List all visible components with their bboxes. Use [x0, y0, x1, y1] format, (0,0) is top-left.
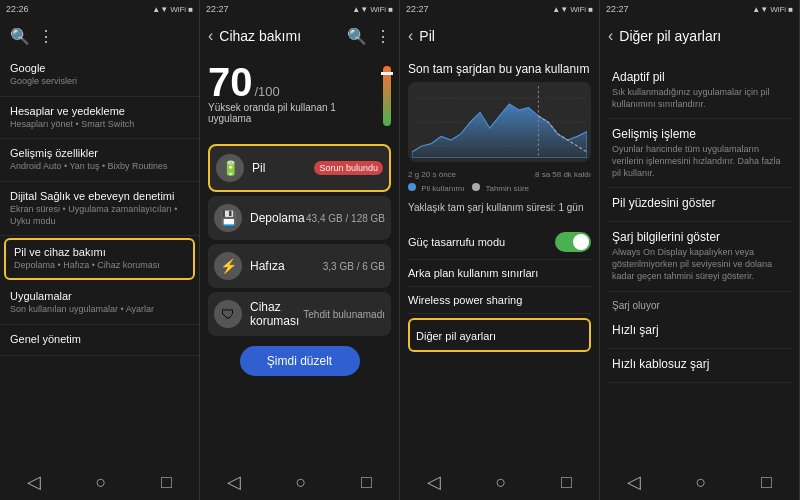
- toggle-row-power-saving[interactable]: Güç tasarrufu modu: [408, 225, 591, 260]
- back-icon-4[interactable]: ‹: [608, 27, 613, 45]
- status-icons-3: ▲▼ WiFi ■: [552, 5, 593, 14]
- setting-title-fast-charge: Hızlı şarj: [612, 323, 787, 337]
- wifi-icon-4: WiFi: [770, 5, 786, 14]
- panel-settings-menu: 22:26 ▲▼ WiFi ■ 🔍 ⋮ Google Google servis…: [0, 0, 200, 500]
- toggle-row-bg-limit[interactable]: Arka plan kullanım sınırları: [408, 260, 591, 287]
- search-icon-1[interactable]: 🔍: [8, 25, 32, 48]
- panel-other-battery-settings: 22:27 ▲▼ WiFi ■ ‹ Diğer pil ayarları Ada…: [600, 0, 800, 500]
- page-title-2: Cihaz bakımı: [219, 28, 339, 44]
- setting-advanced-processing[interactable]: Gelişmiş işleme Oyunlar haricinde tüm uy…: [608, 119, 791, 188]
- top-bar-4: ‹ Diğer pil ayarları: [600, 18, 799, 54]
- nav-bar-3: ◁ ○ □: [400, 464, 599, 500]
- device-item-storage[interactable]: 💾 Depolama 43,4 GB / 128 GB: [208, 196, 391, 240]
- settings-menu-list: Google Google servisleri Hesaplar ve yed…: [0, 54, 199, 464]
- device-item-security[interactable]: 🛡 Cihaz koruması Tehdit bulunamadı: [208, 292, 391, 336]
- toggle-label-bg-limit: Arka plan kullanım sınırları: [408, 267, 538, 279]
- nav-back-2[interactable]: ◁: [227, 471, 241, 493]
- setting-adaptive-battery[interactable]: Adaptif pil Sık kullanmadığınız uygulama…: [608, 62, 791, 119]
- nav-home-1[interactable]: ○: [96, 472, 107, 493]
- panel-battery: 22:27 ▲▼ WiFi ■ ‹ Pil Son tam şarjdan bu…: [400, 0, 600, 500]
- status-bar-2: 22:27 ▲▼ WiFi ■: [200, 0, 399, 18]
- toggle-row-wireless-sharing[interactable]: Wireless power sharing: [408, 287, 591, 314]
- setting-title-adaptive: Adaptif pil: [612, 70, 787, 84]
- score-bar: [383, 66, 391, 126]
- menu-item-digital-health[interactable]: Dijital Sağlık ve ebeveyn denetimi Ekran…: [0, 182, 199, 236]
- battery-icon-1: ■: [188, 5, 193, 14]
- page-title-3: Pil: [419, 28, 591, 44]
- battery-chart: [408, 82, 591, 162]
- charging-section-label: Şarj oluyor: [608, 292, 791, 315]
- dots-menu-2[interactable]: ⋮: [375, 27, 391, 46]
- nav-home-3[interactable]: ○: [496, 472, 507, 493]
- nav-home-2[interactable]: ○: [296, 472, 307, 493]
- toggle-label-wireless-sharing: Wireless power sharing: [408, 294, 522, 306]
- menu-item-accounts[interactable]: Hesaplar ve yedekleme Hesapları yönet • …: [0, 97, 199, 140]
- top-bar-1: 🔍 ⋮: [0, 18, 199, 54]
- search-icon-2[interactable]: 🔍: [345, 25, 369, 48]
- storage-value: 43,4 GB / 128 GB: [306, 213, 385, 224]
- nav-bar-2: ◁ ○ □: [200, 464, 399, 500]
- nav-recents-4[interactable]: □: [761, 472, 772, 493]
- nav-recents-1[interactable]: □: [161, 472, 172, 493]
- status-icons-1: ▲▼ WiFi ■: [152, 5, 193, 14]
- battery-warning-badge: Sorun bulundu: [314, 161, 383, 175]
- other-battery-settings-row[interactable]: Diğer pil ayarları: [408, 318, 591, 352]
- wifi-icon-3: WiFi: [570, 5, 586, 14]
- memory-icon-item: ⚡: [214, 252, 242, 280]
- nav-recents-3[interactable]: □: [561, 472, 572, 493]
- menu-item-google[interactable]: Google Google servisleri: [0, 54, 199, 97]
- battery-icon-3: ■: [588, 5, 593, 14]
- nav-back-3[interactable]: ◁: [427, 471, 441, 493]
- menu-item-general[interactable]: Genel yönetim: [0, 325, 199, 356]
- setting-desc-charge-info: Always On Display kapalıyken veya göster…: [612, 247, 787, 282]
- top-bar-2: ‹ Cihaz bakımı 🔍 ⋮: [200, 18, 399, 54]
- status-bar-1: 22:26 ▲▼ WiFi ■: [0, 0, 199, 18]
- chart-label-right: 8 sa 58 dk kaldı: [535, 170, 591, 179]
- menu-item-device-care[interactable]: Pil ve cihaz bakımı Depolama • Hafıza • …: [4, 238, 195, 280]
- page-title-4: Diğer pil ayarları: [619, 28, 791, 44]
- setting-show-percentage[interactable]: Pil yüzdesini göster: [608, 188, 791, 222]
- device-care-content: 70 /100 Yüksek oranda pil kullanan 1 uyg…: [200, 54, 399, 464]
- status-time-4: 22:27: [606, 4, 629, 14]
- device-item-storage-name: Depolama: [250, 211, 306, 225]
- nav-back-4[interactable]: ◁: [627, 471, 641, 493]
- device-item-battery[interactable]: 🔋 Pil Sorun bulundu: [208, 144, 391, 192]
- nav-recents-2[interactable]: □: [361, 472, 372, 493]
- menu-item-apps[interactable]: Uygulamalar Son kullanılan uygulamalar •…: [0, 282, 199, 325]
- toggle-power-saving[interactable]: [555, 232, 591, 252]
- status-icons-2: ▲▼ WiFi ■: [352, 5, 393, 14]
- nav-back-1[interactable]: ◁: [27, 471, 41, 493]
- status-bar-3: 22:27 ▲▼ WiFi ■: [400, 0, 599, 18]
- setting-show-charge-info[interactable]: Şarj bilgilerini göster Always On Displa…: [608, 222, 791, 291]
- setting-fast-charging[interactable]: Hızlı şarj: [608, 315, 791, 349]
- signal-icon-1: ▲▼: [152, 5, 168, 14]
- setting-fast-wireless-charging[interactable]: Hızlı kablosuz şarj: [608, 349, 791, 383]
- wifi-icon-2: WiFi: [370, 5, 386, 14]
- battery-icon-item: 🔋: [216, 154, 244, 182]
- fix-button[interactable]: Şimdi düzelt: [240, 346, 360, 376]
- device-item-memory[interactable]: ⚡ Hafıza 3,3 GB / 6 GB: [208, 244, 391, 288]
- chart-label-left: 2 g 20 s önce: [408, 170, 456, 179]
- status-time-2: 22:27: [206, 4, 229, 14]
- memory-value: 3,3 GB / 6 GB: [323, 261, 385, 272]
- security-icon-item: 🛡: [214, 300, 242, 328]
- setting-title-percentage: Pil yüzdesini göster: [612, 196, 787, 210]
- score-indicator: [381, 72, 393, 75]
- back-icon-3[interactable]: ‹: [408, 27, 413, 45]
- status-bar-4: 22:27 ▲▼ WiFi ■: [600, 0, 799, 18]
- nav-home-4[interactable]: ○: [696, 472, 707, 493]
- dots-menu-1[interactable]: ⋮: [38, 27, 54, 46]
- status-time-1: 22:26: [6, 4, 29, 14]
- device-item-security-name: Cihaz koruması: [250, 300, 303, 328]
- other-settings-label: Diğer pil ayarları: [416, 330, 496, 342]
- legend-dot-0: [408, 183, 416, 191]
- setting-title-fast-wireless: Hızlı kablosuz şarj: [612, 357, 787, 371]
- score-section: 70 /100 Yüksek oranda pil kullanan 1 uyg…: [208, 62, 391, 136]
- nav-bar-1: ◁ ○ □: [0, 464, 199, 500]
- setting-desc-adaptive: Sık kullanmadığınız uygulamalar için pil…: [612, 87, 787, 110]
- menu-item-advanced[interactable]: Gelişmiş özellikler Android Auto • Yan t…: [0, 139, 199, 182]
- top-bar-3: ‹ Pil: [400, 18, 599, 54]
- status-icons-4: ▲▼ WiFi ■: [752, 5, 793, 14]
- back-icon-2[interactable]: ‹: [208, 27, 213, 45]
- setting-desc-advanced: Oyunlar haricinde tüm uygulamaların veri…: [612, 144, 787, 179]
